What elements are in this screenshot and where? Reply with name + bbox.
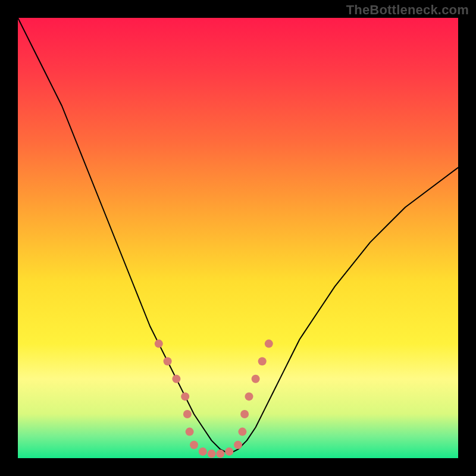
highlight-marker	[252, 375, 260, 383]
chart-stage: TheBottleneck.com	[0, 0, 476, 476]
highlight-marker	[183, 410, 192, 418]
highlight-marker	[155, 340, 163, 348]
highlight-marker	[234, 441, 242, 449]
highlight-marker	[245, 392, 253, 400]
highlight-marker	[258, 357, 267, 365]
highlight-marker	[208, 450, 216, 458]
highlight-marker	[240, 410, 249, 418]
gradient-background	[18, 18, 458, 458]
highlight-marker	[225, 447, 233, 456]
highlight-marker	[265, 340, 273, 348]
highlight-marker	[186, 428, 194, 436]
highlight-marker	[199, 447, 207, 456]
watermark-label: TheBottleneck.com	[346, 2, 469, 18]
highlight-marker	[238, 428, 246, 436]
highlight-marker	[181, 392, 189, 400]
bottleneck-chart	[0, 0, 476, 476]
highlight-marker	[216, 450, 224, 458]
highlight-marker	[190, 441, 198, 449]
highlight-marker	[172, 375, 180, 383]
highlight-marker	[164, 357, 172, 365]
